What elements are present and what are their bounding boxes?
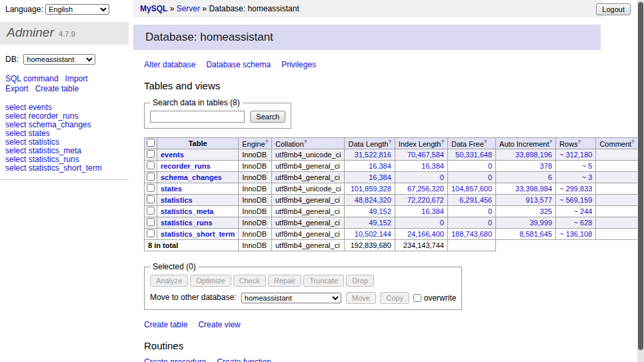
column-header-data-length[interactable]: Data Length? <box>345 138 395 149</box>
auto-increment-link[interactable]: 39,999 <box>530 219 553 227</box>
sidebar-select-statistics-short-term[interactable]: select statistics_short_term <box>5 164 123 173</box>
rows-count-link[interactable]: ~ 569,159 <box>559 196 592 204</box>
breadcrumb-item-server[interactable]: Server <box>177 4 200 13</box>
index-length-link[interactable]: 24,166,400 <box>407 230 444 238</box>
help-icon[interactable]: ? <box>578 139 581 145</box>
index-length-link[interactable]: 70,467,584 <box>407 151 444 159</box>
data-free-link[interactable]: 0 <box>488 162 492 170</box>
table-name-link[interactable]: recorder_runs <box>161 162 211 170</box>
help-icon[interactable]: ? <box>304 139 307 145</box>
auto-increment-link[interactable]: 33,898,196 <box>515 151 552 159</box>
data-free-link[interactable]: 6,291,456 <box>459 196 492 204</box>
column-header-engine[interactable]: Engine? <box>239 138 272 149</box>
language-select[interactable]: English <box>45 4 109 15</box>
optimize-button[interactable]: Optimize <box>190 275 231 287</box>
move-button[interactable]: Move <box>346 292 376 304</box>
create-table-link[interactable]: Create table <box>144 320 187 329</box>
column-header-rows[interactable]: Rows? <box>556 138 596 149</box>
sidebar-action-sql-command[interactable]: SQL command <box>5 74 59 83</box>
data-free-link[interactable]: 50,331,648 <box>455 151 492 159</box>
row-checkbox[interactable] <box>147 195 155 203</box>
scrollbar-thumb[interactable] <box>638 2 643 350</box>
index-length-link[interactable]: 67,256,320 <box>407 185 444 193</box>
data-length-link[interactable]: 16,384 <box>369 162 391 170</box>
auto-increment-link[interactable]: 33,398,984 <box>515 185 552 193</box>
rows-count-link[interactable]: ~ 312,180 <box>559 151 592 159</box>
search-button[interactable]: Search <box>250 111 285 123</box>
data-length-link[interactable]: 10,502,144 <box>355 230 391 238</box>
row-checkbox[interactable] <box>147 150 155 158</box>
analyze-button[interactable]: Analyze <box>150 275 188 287</box>
help-icon[interactable]: ? <box>484 139 487 145</box>
sidebar-action-create-table[interactable]: Create table <box>35 84 79 93</box>
privileges-link[interactable]: Privileges <box>281 60 316 69</box>
data-free-link[interactable]: 104,857,600 <box>451 185 492 193</box>
row-checkbox[interactable] <box>147 184 155 192</box>
overwrite-checkbox[interactable] <box>413 294 421 302</box>
rows-count-link[interactable]: ~ 299,833 <box>559 185 592 193</box>
copy-button[interactable]: Copy <box>380 292 409 304</box>
data-free-link[interactable]: 0 <box>488 207 492 215</box>
select-all-checkbox[interactable] <box>147 139 155 147</box>
alter-database-link[interactable]: Alter database <box>144 60 195 69</box>
row-checkbox[interactable] <box>147 218 155 226</box>
auto-increment-link[interactable]: 913,577 <box>525 196 552 204</box>
column-header-collation[interactable]: Collation? <box>272 138 345 149</box>
column-header-data-free[interactable]: Data Free? <box>447 138 495 149</box>
index-length-link[interactable]: 16,384 <box>421 162 444 170</box>
create-function-link[interactable]: Create function <box>217 357 271 362</box>
repair-button[interactable]: Repair <box>268 275 301 287</box>
search-input[interactable] <box>150 111 245 123</box>
table-name-link[interactable]: schema_changes <box>161 173 222 181</box>
create-procedure-link[interactable]: Create procedure <box>144 357 206 362</box>
sidebar-action-export[interactable]: Export <box>5 84 29 93</box>
data-free-link[interactable]: 188,743,680 <box>451 230 492 238</box>
create-view-link[interactable]: Create view <box>198 320 240 329</box>
data-length-link[interactable]: 48,824,320 <box>355 196 391 204</box>
row-checkbox[interactable] <box>147 207 155 215</box>
index-length-link[interactable]: 0 <box>440 173 444 181</box>
index-length-link[interactable]: 0 <box>440 219 444 227</box>
rows-count-link[interactable]: ~ 5 <box>582 162 593 170</box>
row-checkbox[interactable] <box>147 173 155 181</box>
auto-increment-link[interactable]: 6 <box>548 173 552 181</box>
data-free-link[interactable]: 0 <box>488 173 492 181</box>
help-icon[interactable]: ? <box>441 139 443 145</box>
data-free-link[interactable]: 0 <box>488 219 492 227</box>
table-name-link[interactable]: statistics <box>161 196 193 204</box>
table-name-link[interactable]: statistics_short_term <box>161 230 235 238</box>
check-button[interactable]: Check <box>233 275 266 287</box>
row-checkbox[interactable] <box>147 161 155 169</box>
column-header-index-length[interactable]: Index Length? <box>395 138 447 149</box>
drop-button[interactable]: Drop <box>346 275 374 287</box>
table-name-link[interactable]: statistics_meta <box>161 207 214 215</box>
help-icon[interactable]: ? <box>549 139 552 145</box>
move-database-select[interactable]: homeassistant <box>241 293 341 303</box>
table-name-link[interactable]: states <box>161 185 182 193</box>
vertical-scrollbar[interactable] <box>637 0 644 362</box>
auto-increment-link[interactable]: 325 <box>540 207 552 215</box>
db-select[interactable]: homeassistant <box>23 54 95 65</box>
auto-increment-link[interactable]: 378 <box>540 162 552 170</box>
rows-count-link[interactable]: ~ 3 <box>582 173 593 181</box>
index-length-link[interactable]: 72,220,672 <box>407 196 444 204</box>
column-header-comment[interactable]: Comment? <box>596 138 638 149</box>
help-icon[interactable]: ? <box>265 139 268 145</box>
breadcrumb-item-mysql[interactable]: MySQL <box>140 4 167 13</box>
data-length-link[interactable]: 49,152 <box>369 207 391 215</box>
column-header-auto-increment[interactable]: Auto Increment? <box>496 138 556 149</box>
help-icon[interactable]: ? <box>388 139 391 145</box>
auto-increment-link[interactable]: 8,581,645 <box>519 230 552 238</box>
data-length-link[interactable]: 49,152 <box>369 219 391 227</box>
data-length-link[interactable]: 101,859,328 <box>351 185 391 193</box>
truncate-button[interactable]: Truncate <box>303 275 344 287</box>
rows-count-link[interactable]: ~ 244 <box>574 207 593 215</box>
table-name-link[interactable]: events <box>161 151 184 159</box>
overwrite-label[interactable]: overwrite <box>424 293 457 303</box>
rows-count-link[interactable]: ~ 136,108 <box>559 230 592 238</box>
database-schema-link[interactable]: Database schema <box>206 60 271 69</box>
row-checkbox[interactable] <box>147 229 155 237</box>
data-length-link[interactable]: 31,522,816 <box>355 151 391 159</box>
sidebar-action-import[interactable]: Import <box>65 74 88 83</box>
data-length-link[interactable]: 16,384 <box>369 173 391 181</box>
